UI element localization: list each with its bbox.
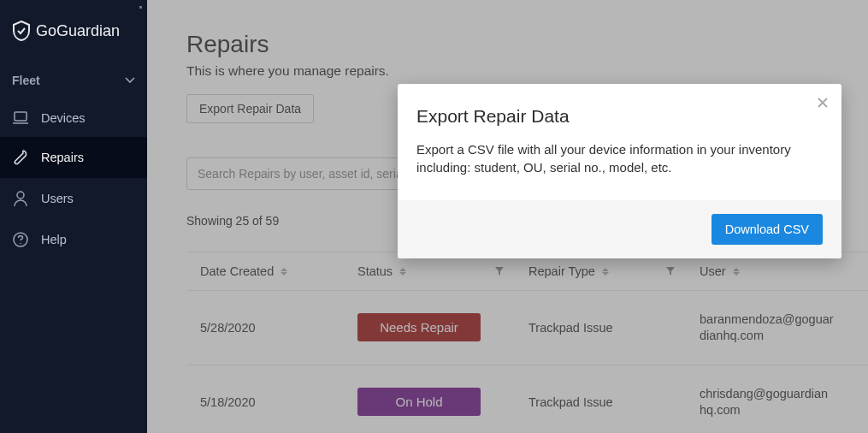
brand-logo[interactable]: GoGuardian (0, 0, 147, 62)
sidebar: GoGuardian Fleet Devices Repairs (0, 0, 147, 433)
svg-point-3 (20, 243, 21, 245)
nav-label: Help (41, 233, 67, 246)
export-modal: Export Repair Data Export a CSV file wit… (398, 84, 841, 258)
download-csv-button[interactable]: Download CSV (712, 214, 823, 245)
modal-title: Export Repair Data (416, 106, 823, 127)
nav-section-label: Fleet (12, 74, 40, 87)
close-icon (816, 96, 830, 110)
svg-point-1 (17, 192, 24, 199)
chevron-down-icon (125, 77, 135, 84)
sidebar-item-repairs[interactable]: Repairs (0, 137, 147, 178)
laptop-icon (12, 111, 29, 125)
help-icon (12, 231, 29, 248)
nav-label: Users (41, 192, 74, 205)
wrench-icon (12, 149, 29, 166)
nav-label: Repairs (41, 151, 84, 164)
nav-section-fleet[interactable]: Fleet (0, 62, 147, 99)
sidebar-item-help[interactable]: Help (0, 219, 147, 260)
modal-description: Export a CSV file with all your device i… (416, 140, 823, 176)
user-icon (12, 190, 29, 207)
shield-icon (12, 21, 31, 41)
close-button[interactable] (816, 96, 830, 113)
svg-rect-0 (15, 112, 27, 121)
brand-text: GoGuardian (36, 22, 120, 40)
nav-label: Devices (41, 111, 86, 125)
sidebar-item-users[interactable]: Users (0, 178, 147, 219)
sidebar-item-devices[interactable]: Devices (0, 99, 147, 137)
caret-icon (139, 6, 142, 9)
